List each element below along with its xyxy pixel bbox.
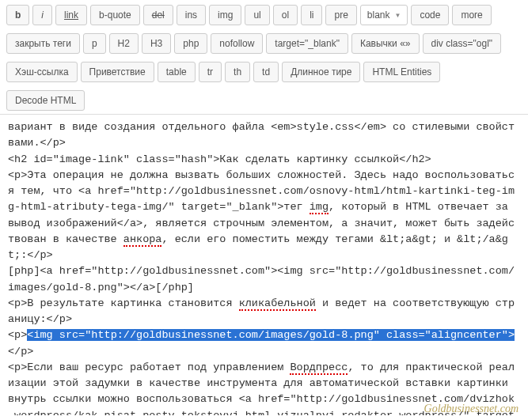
h3-button[interactable]: H3 [142,33,171,54]
mdash-button[interactable]: Длинное тире [282,62,360,82]
ul-button[interactable]: ul [245,5,269,25]
link-button[interactable]: link [55,5,87,25]
html-editor-textarea[interactable]: вариант в виде создания отдельного файла… [0,115,528,415]
img-button[interactable]: img [209,5,241,25]
p-button[interactable]: p [83,33,106,54]
target-button[interactable]: target="_blank" [266,33,348,54]
php-button[interactable]: php [174,33,207,54]
del-button[interactable]: del [143,5,173,25]
b-button[interactable]: b [6,5,29,25]
quotes-button[interactable]: Кавычки «» [351,33,420,54]
ins-button[interactable]: ins [177,5,206,25]
target-dropdown[interactable]: blank [360,5,408,25]
bquote-button[interactable]: b-quote [90,5,140,25]
greeting-button[interactable]: Приветствие [81,62,154,82]
entities-button[interactable]: HTML Entities [363,62,440,82]
decode-button[interactable]: Decode HTML [6,90,85,111]
watermark: Goldbusinessnet.com [424,403,519,415]
h2-button[interactable]: H2 [109,33,139,54]
nofollow-button[interactable]: nofollow [211,33,263,54]
hash-button[interactable]: Хэш-ссылка [6,62,78,82]
code-button[interactable]: code [411,5,449,25]
i-button[interactable]: i [32,5,52,25]
close-tags-button[interactable]: закрыть теги [6,33,80,54]
li-button[interactable]: li [301,5,322,25]
div-button[interactable]: div class="ogl" [423,33,502,54]
td-button[interactable]: td [253,62,279,82]
more-button[interactable]: more [452,5,491,25]
pre-button[interactable]: pre [325,5,356,25]
tr-button[interactable]: tr [199,62,222,82]
th-button[interactable]: th [225,62,250,82]
editor-toolbar: bilinkb-quotedelinsimgulollipreblankcode… [0,0,528,115]
selected-text: <img src="http://goldbusinessnet.com/ima… [27,329,515,341]
table-button[interactable]: table [158,62,196,82]
ol-button[interactable]: ol [273,5,298,25]
